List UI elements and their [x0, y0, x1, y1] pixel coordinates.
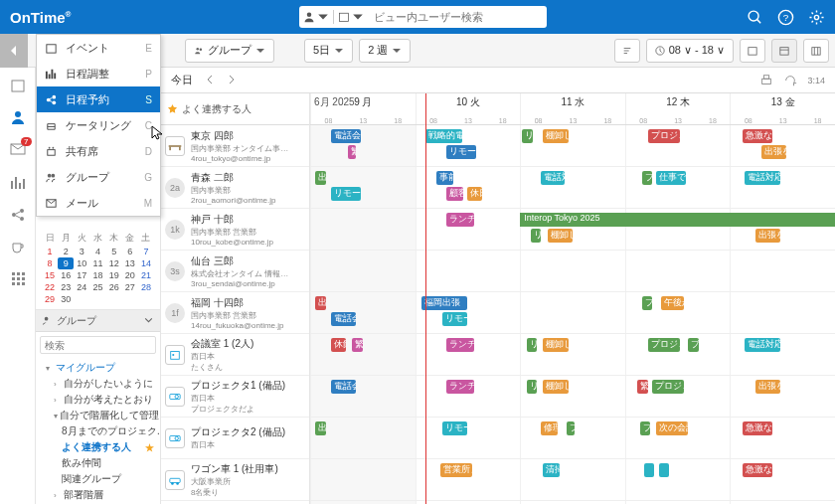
print-icon[interactable] — [759, 74, 773, 87]
collapse-icon[interactable] — [143, 315, 154, 326]
event-banner[interactable]: Interop Tokyo 2025 — [520, 213, 835, 227]
help-icon[interactable]: ? — [777, 9, 794, 26]
tree-item[interactable]: 飲み仲間 — [36, 455, 160, 471]
tree-item[interactable]: 8月までのプロジェク…★ — [36, 423, 160, 439]
event[interactable]: 事前… — [436, 171, 453, 185]
menu-item-5[interactable]: グループG — [37, 164, 160, 190]
cal-nav-icon[interactable] — [10, 78, 26, 93]
event[interactable]: 急激な円高… — [743, 129, 772, 143]
event[interactable]: 繁… — [348, 145, 356, 159]
event[interactable]: 電話対応の練習 — [745, 338, 780, 352]
group-dd[interactable]: グループ — [185, 39, 274, 63]
search-input[interactable] — [368, 6, 547, 28]
mini-calendar[interactable]: 日月火水木金土123456789101112131415161718192021… — [36, 227, 160, 310]
event[interactable]: 棚卸し会… — [543, 380, 568, 394]
tree-item[interactable]: ▾自分で階層化して管理 — [36, 408, 160, 423]
tree-item-selected[interactable]: よく連携する人★ — [36, 439, 160, 455]
chart-nav-icon[interactable] — [10, 175, 26, 191]
event[interactable]: 棚卸し会… — [543, 338, 568, 352]
sort-dd[interactable] — [614, 39, 640, 63]
menu-item-4[interactable]: 共有席D — [37, 138, 160, 164]
resource-row[interactable]: プロジェクタ2 (備品)西日本 — [161, 418, 309, 459]
event[interactable]: 出… — [315, 171, 326, 185]
resource-row[interactable]: ワゴン車 1 (社用車)大阪事業所8名乗り — [161, 459, 309, 501]
event[interactable] — [659, 463, 670, 477]
menu-item-0[interactable]: イベントE — [37, 35, 160, 61]
cup-nav-icon[interactable] — [10, 239, 26, 254]
globe-search-icon[interactable] — [747, 9, 763, 26]
event[interactable]: ランチミー… — [446, 380, 473, 394]
event[interactable]: 出張を伴… — [761, 145, 786, 159]
event[interactable]: 出… — [315, 421, 326, 435]
event[interactable]: 棚卸し会… — [543, 129, 568, 143]
event[interactable]: ブ… — [642, 171, 653, 185]
event[interactable]: 清掃 — [543, 463, 560, 477]
tree-item[interactable]: 関連グループ — [36, 471, 160, 487]
event[interactable]: プロジェクト — [648, 338, 680, 352]
event[interactable]: 繁… — [352, 338, 363, 352]
event[interactable]: 電話対応 — [541, 171, 564, 185]
event[interactable]: 福岡出張 — [421, 296, 467, 310]
event[interactable]: 営業所まわり — [440, 463, 472, 477]
event[interactable]: 出… — [315, 296, 326, 310]
event[interactable]: 急激な円高… — [743, 421, 772, 435]
event[interactable]: プロジェクト — [652, 380, 684, 394]
menu-item-2[interactable]: 日程予約S — [37, 86, 160, 112]
event[interactable]: 戦略的電話会議 — [425, 129, 462, 143]
event[interactable]: 修理 — [541, 421, 558, 435]
group-tree[interactable]: ▾マイグループ›自分がしたいように›自分が考えたとおり▾自分で階層化して管理8月… — [36, 358, 160, 504]
event[interactable]: ブ… — [567, 421, 575, 435]
event[interactable]: リモート… — [331, 187, 361, 201]
menu-item-6[interactable]: メールM — [37, 190, 160, 216]
tree-item[interactable]: ▾マイグループ — [36, 360, 160, 376]
event[interactable]: 繁… — [637, 380, 648, 394]
day-dd[interactable]: 5日 — [304, 39, 353, 63]
event[interactable]: 棚卸し会… — [548, 229, 573, 243]
resource-row[interactable]: 会議室 1 (2人)西日本たくさん — [161, 334, 309, 376]
share-nav-icon[interactable] — [10, 207, 26, 223]
group-search[interactable] — [40, 336, 156, 354]
resource-row[interactable]: 1f福岡 十四郎国内事業部 営業部14rou_fukuoka@ontime.jp — [161, 292, 309, 334]
weeks-dd[interactable]: 2 週 — [359, 39, 411, 63]
event[interactable]: ランチミー… — [446, 338, 473, 352]
event[interactable]: 午後から… — [661, 296, 684, 310]
event[interactable]: 電話会議 — [331, 380, 356, 394]
event[interactable]: 電話会議 — [331, 129, 361, 143]
tree-item[interactable]: ›自分が考えたとおり — [36, 392, 160, 408]
event[interactable]: ブ… — [640, 421, 651, 435]
menu-item-3[interactable]: ケータリングC — [37, 112, 160, 138]
event[interactable]: 仕事で利用… — [656, 171, 686, 185]
event[interactable]: ブ… — [642, 296, 653, 310]
cal1-button[interactable] — [740, 39, 765, 63]
event[interactable]: 電話対応の練習 — [745, 171, 780, 185]
event[interactable]: 休日… — [467, 187, 482, 201]
event[interactable]: 急激な円高… — [743, 463, 772, 477]
event[interactable]: リ… — [527, 338, 538, 352]
resource-row[interactable]: 3s仙台 三郎株式会社オンタイム 情報…3rou_sendai@ontime.j… — [161, 251, 309, 292]
event[interactable]: リモート… — [446, 145, 476, 159]
mail-nav-icon[interactable] — [10, 141, 26, 159]
resource-row[interactable]: プロジェクタ1 (備品)西日本プロジェクタだよ — [161, 376, 309, 418]
menu-item-1[interactable]: 日程調整P — [37, 61, 160, 86]
event[interactable]: リ… — [522, 129, 533, 143]
event[interactable]: 出張を伴… — [755, 380, 780, 394]
event[interactable]: 顧客… — [446, 187, 463, 201]
resource-row[interactable]: 2a青森 二郎国内事業部2rou_aomori@ontime.jp — [161, 167, 309, 209]
event[interactable]: ブ… — [688, 338, 699, 352]
next-button[interactable] — [227, 75, 237, 86]
event[interactable]: 出張を伴… — [755, 229, 780, 243]
event[interactable]: 次の会議 リ… — [656, 421, 688, 435]
tree-item[interactable]: ›自分がしたいように — [36, 376, 160, 392]
event[interactable]: ランチミー… — [446, 213, 473, 227]
grid[interactable]: 6月 2025 9 月08131810 火08131811 水08131812 … — [310, 93, 835, 504]
event[interactable]: リ… — [531, 229, 542, 243]
cal3-button[interactable] — [803, 39, 829, 63]
event[interactable]: 休館 — [331, 338, 346, 352]
event[interactable]: リモート… — [442, 421, 467, 435]
event[interactable] — [644, 463, 655, 477]
user-nav-icon[interactable] — [10, 109, 26, 125]
search-scope-dd[interactable] — [299, 6, 368, 28]
event[interactable]: リ… — [527, 380, 538, 394]
resource-row[interactable]: 東京 四郎国内事業部 オンタイム事…4rou_tokyo@ontime.jp — [161, 125, 309, 167]
resource-row[interactable]: 1k神戸 十郎国内事業部 営業部10rou_kobe@ontime.jp — [161, 209, 309, 251]
